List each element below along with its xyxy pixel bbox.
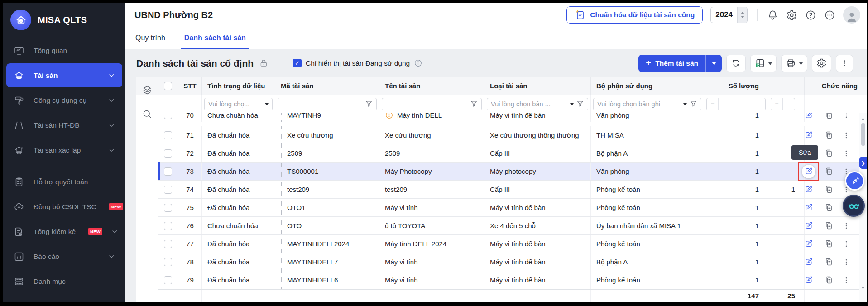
row-checkbox[interactable] xyxy=(164,222,172,230)
panel-expander-button[interactable]: ❯ xyxy=(859,157,867,169)
name-filter-input[interactable] xyxy=(382,98,482,110)
extra-filter-input[interactable]: = xyxy=(771,98,795,110)
table-row[interactable]: 76 Chưa chuẩn hóa OTO ô tô TOYOTA Xe 4 đ… xyxy=(158,217,867,235)
sidebar-item-tai-san[interactable]: Tài sản xyxy=(6,63,122,87)
refresh-button[interactable] xyxy=(726,55,746,72)
funnel-icon[interactable] xyxy=(365,100,373,108)
add-asset-dropdown[interactable] xyxy=(705,55,722,72)
table-row[interactable]: 78 Đã chuẩn hóa MAYTINHDELL7 Máy vi tính… xyxy=(158,253,867,271)
table-settings-button[interactable] xyxy=(812,55,831,72)
search-icon[interactable] xyxy=(142,109,153,120)
status-filter-select[interactable]: Vui lòng chọ... xyxy=(204,98,273,110)
edit-button[interactable] xyxy=(804,203,814,212)
chatbot-fab-button[interactable] xyxy=(843,195,865,217)
scroll-down-arrow-icon[interactable] xyxy=(861,287,865,291)
sidebar-item-tong-kiem-ke[interactable]: Tổng kiểm kê NEW xyxy=(6,220,122,244)
duplicate-button[interactable] xyxy=(824,257,834,267)
funnel-icon[interactable] xyxy=(576,100,584,108)
table-row[interactable]: 74 Đã chuẩn hóa test209 test209 Cấp III … xyxy=(158,181,867,199)
add-asset-button[interactable]: +Thêm tài sản xyxy=(638,55,722,72)
table-row[interactable]: 73 Đã chuẩn hóa TS000001 Máy Photocopy M… xyxy=(158,163,867,181)
row-checkbox[interactable] xyxy=(164,204,172,212)
tab-danh-sach-tai-san[interactable]: Danh sách tài sản xyxy=(184,27,246,49)
duplicate-button[interactable] xyxy=(824,130,834,140)
edit-button[interactable] xyxy=(804,113,814,120)
settings-gear-icon[interactable] xyxy=(786,10,797,21)
row-name: Máy tính DELL 2024 xyxy=(379,235,484,253)
table-row[interactable]: 75 Đã chuẩn hóa OTO1 Máy vi tính Máy vi … xyxy=(158,199,867,217)
row-checkbox[interactable] xyxy=(164,149,172,158)
row-checkbox[interactable] xyxy=(164,113,172,119)
row-checkbox[interactable] xyxy=(164,240,172,248)
row-checkbox[interactable] xyxy=(164,258,172,266)
table-row[interactable]: 71 Đã chuẩn hóa Xe cứu thương Xe cứu thư… xyxy=(158,126,867,144)
table-row[interactable]: 77 Đã chuẩn hóa MAYTINHDELL2024 Máy tính… xyxy=(158,235,867,253)
year-selector[interactable]: 2024 xyxy=(710,7,748,23)
content: Danh sách tài sản cố định ✓ Chỉ hiển thị… xyxy=(125,49,867,302)
duplicate-button[interactable] xyxy=(824,148,834,158)
sidebar-item-bao-cao[interactable]: Báo cáo xyxy=(6,244,122,268)
sidebar-item-dong-bo-csdl[interactable]: Đồng bộ CSDL TSC NEW xyxy=(6,195,122,219)
type-filter-select[interactable]: Vui lòng chọn bản ... xyxy=(487,98,588,110)
sidebar-item-tong-quan[interactable]: Tổng quan xyxy=(6,38,122,62)
scroll-up-arrow-icon[interactable] xyxy=(861,116,865,120)
announcement-fab-button[interactable] xyxy=(845,171,864,191)
sidebar-item-ho-tro-quyet-toan[interactable]: Hỗ trợ quyết toán xyxy=(6,170,122,194)
edit-button[interactable] xyxy=(804,185,814,194)
edit-button[interactable] xyxy=(804,221,814,230)
table-row[interactable]: 70 Chưa chuẩn hóa MAYTINH9 Máy tính DELL… xyxy=(158,113,867,126)
row-more-button[interactable] xyxy=(842,276,850,284)
edit-button[interactable] xyxy=(804,239,814,249)
duplicate-button[interactable] xyxy=(824,113,834,120)
funnel-icon[interactable] xyxy=(690,100,697,108)
row-more-button[interactable] xyxy=(842,149,850,158)
row-more-button[interactable] xyxy=(842,222,850,230)
help-icon[interactable] xyxy=(805,10,816,21)
info-icon[interactable] xyxy=(414,59,422,67)
more-options-icon[interactable] xyxy=(824,10,835,21)
duplicate-button[interactable] xyxy=(824,167,834,176)
notification-bell-icon[interactable] xyxy=(767,10,778,21)
row-checkbox[interactable] xyxy=(164,186,172,194)
duplicate-button[interactable] xyxy=(824,203,834,212)
lock-icon[interactable] xyxy=(259,58,269,68)
duplicate-button[interactable] xyxy=(824,221,834,230)
qty-filter-input[interactable]: = xyxy=(706,98,766,110)
show-in-use-checkbox[interactable]: ✓ Chỉ hiển thị tài sản Đang sử dụng xyxy=(293,59,422,67)
sidebar-item-tai-san-htdb[interactable]: Tài sản HT-ĐB xyxy=(6,113,122,137)
print-button[interactable] xyxy=(781,55,807,72)
row-more-button[interactable] xyxy=(842,240,850,248)
edit-button[interactable] xyxy=(804,257,814,267)
duplicate-button[interactable] xyxy=(824,239,834,249)
layers-icon[interactable] xyxy=(142,85,153,96)
row-more-button[interactable] xyxy=(842,113,850,119)
scrollbar-thumb[interactable] xyxy=(861,123,865,146)
year-stepper[interactable] xyxy=(737,7,747,23)
edit-button[interactable] xyxy=(804,275,814,285)
row-code: MAYTINHDELL7 xyxy=(275,253,379,271)
row-checkbox[interactable] xyxy=(164,276,172,284)
normalize-data-button[interactable]: Chuẩn hóa dữ liệu tài sản công xyxy=(566,6,703,24)
row-more-button[interactable] xyxy=(842,258,850,266)
sidebar-item-danh-muc[interactable]: Danh mục xyxy=(6,269,122,293)
toolbar-more-button[interactable] xyxy=(836,55,853,72)
code-filter-input[interactable] xyxy=(278,98,377,110)
row-checkbox[interactable] xyxy=(164,167,172,176)
row-name: 2509 xyxy=(379,144,484,162)
funnel-icon[interactable] xyxy=(470,100,478,108)
dept-filter-select[interactable]: Vui lòng chọn bản ghi xyxy=(593,98,701,110)
sidebar-divider xyxy=(12,166,116,166)
row-more-button[interactable] xyxy=(842,131,850,139)
select-all-checkbox[interactable] xyxy=(164,82,172,90)
duplicate-button[interactable] xyxy=(824,275,834,285)
table-row[interactable]: 72 Đã chuẩn hóa 2509 2509 Cấp III Bộ phậ… xyxy=(158,144,867,163)
table-row[interactable]: 79 Đã chuẩn hóa MAYTINHDELL6 Máy vi tính… xyxy=(158,271,867,289)
sidebar-item-tai-san-xac-lap[interactable]: Tài sản xác lập xyxy=(6,138,122,162)
edit-button[interactable] xyxy=(804,130,814,140)
export-excel-button[interactable] xyxy=(750,55,777,72)
sidebar-item-cong-cu[interactable]: Công cụ dụng cụ xyxy=(6,88,122,112)
user-avatar[interactable] xyxy=(843,6,860,24)
tab-quy-trinh[interactable]: Quy trình xyxy=(135,27,165,49)
duplicate-button[interactable] xyxy=(824,185,834,194)
row-checkbox[interactable] xyxy=(164,131,172,139)
